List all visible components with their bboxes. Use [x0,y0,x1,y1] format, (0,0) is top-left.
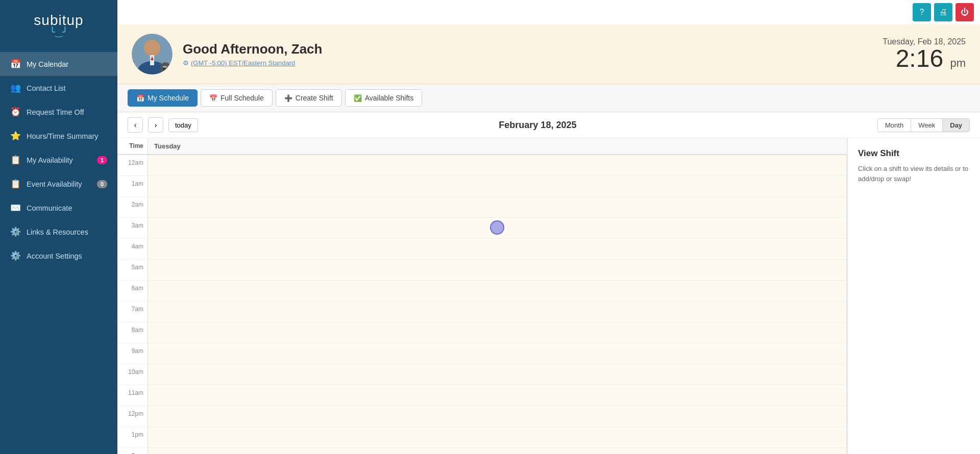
links-resources-icon: ⚙️ [10,226,20,237]
view-buttons: MonthWeekDay [877,118,970,132]
event-availability-icon: 📋 [10,179,20,189]
day-cell-2[interactable] [148,197,847,217]
sidebar-item-my-calendar[interactable]: 📅 My Calendar [0,52,117,76]
day-cell-4[interactable] [148,239,847,259]
day-cell-10[interactable] [148,364,847,385]
time-label-2: 2am [117,197,148,217]
sidebar-item-links-resources[interactable]: ⚙️ Links & Resources [0,220,117,244]
calendar-column-header: Time Tuesday [117,138,847,155]
time-row-9: 9am [117,343,847,364]
help-button[interactable]: ? [913,3,931,21]
time-row-0: 12am [117,155,847,176]
sidebar-label-my-calendar: My Calendar [27,60,68,68]
time-row-1: 1am [117,176,847,197]
calendar-title: February 18, 2025 [203,120,872,131]
calendar-grid: Time Tuesday 12am 1am 2am 3am 4 [117,138,847,454]
welcome-right: Tuesday, Feb 18, 2025 2:16 pm [883,37,966,71]
day-cell-12[interactable] [148,406,847,426]
create-shift-tab-icon: ➕ [284,94,292,102]
time-label-8: 8am [117,322,148,343]
day-cell-6[interactable] [148,281,847,301]
time-label-1: 1am [117,176,148,196]
day-cell-13[interactable] [148,427,847,447]
communicate-icon: ✉️ [10,203,20,213]
time-label-4: 4am [117,239,148,259]
sidebar-logo: subitup ╰‿╯ [0,0,117,48]
time-label-10: 10am [117,364,148,385]
view-btn-day[interactable]: Day [943,119,969,132]
day-column-header: Tuesday [148,138,847,154]
avatar-camera-icon[interactable]: 📷 [160,62,170,72]
day-cell-5[interactable] [148,260,847,280]
sidebar-label-account-settings: Account Settings [27,252,82,260]
greeting: Good Afternoon, Zach [183,41,322,57]
time-label-7: 7am [117,301,148,322]
view-btn-month[interactable]: Month [878,119,911,132]
sidebar-item-account-settings[interactable]: ⚙️ Account Settings [0,244,117,268]
print-button[interactable]: 🖨 [934,3,952,21]
time-row-3: 3am [117,218,847,239]
sidebar-item-event-availability[interactable]: 📋 Event Availability 0 [0,172,117,196]
sidebar-item-request-time-off[interactable]: ⏰ Request Time Off [0,100,117,124]
sidebar-item-my-availability[interactable]: 📋 My Availability 1 [0,148,117,172]
logo-smile: ╰‿╯ [10,27,107,38]
day-cell-14[interactable] [148,448,847,454]
time-label-11: 11am [117,385,148,406]
logout-button[interactable]: ⏻ [955,3,974,21]
time-row-12: 12pm [117,406,847,427]
time-label-13: 1pm [117,427,148,447]
sidebar-item-hours-time-summary[interactable]: ⭐ Hours/Time Summary [0,124,117,148]
my-calendar-icon: 📅 [10,59,20,69]
today-button[interactable]: today [168,118,198,132]
sidebar-label-links-resources: Links & Resources [27,228,88,236]
timezone: ⚙ (GMT -5:00) EST/Eastern Standard [183,59,322,67]
tab-my-schedule[interactable]: 📅My Schedule [128,89,198,107]
view-shift-panel: View Shift Click on a shift to view its … [847,138,980,454]
next-button[interactable]: › [148,117,163,133]
account-settings-icon: ⚙️ [10,250,20,261]
tab-available-shifts[interactable]: ✅Available Shifts [345,89,422,107]
hours-time-summary-icon: ⭐ [10,131,20,141]
day-cell-1[interactable] [148,176,847,196]
time-row-10: 10am [117,364,847,385]
my-availability-icon: 📋 [10,155,20,165]
time-label-14: 2pm [117,448,148,454]
day-cell-8[interactable] [148,322,847,343]
topbar: ? 🖨 ⏻ [117,0,980,24]
calendar-header: ‹ › today February 18, 2025 MonthWeekDay [117,112,980,138]
time-ampm: pm [950,57,966,69]
welcome-text: Good Afternoon, Zach ⚙ (GMT -5:00) EST/E… [183,41,322,67]
sidebar-label-event-availability: Event Availability [27,180,82,188]
time-row-8: 8am [117,322,847,343]
time-label-0: 12am [117,155,148,175]
time-row-5: 5am [117,260,847,281]
day-cell-7[interactable] [148,301,847,322]
svg-point-1 [144,40,160,56]
day-cell-3[interactable] [148,218,847,238]
sidebar-item-communicate[interactable]: ✉️ Communicate [0,196,117,220]
welcome-left: 📷 Good Afternoon, Zach ⚙ (GMT -5:00) EST… [132,34,322,74]
request-time-off-icon: ⏰ [10,107,20,117]
view-btn-week[interactable]: Week [911,119,943,132]
day-cell-11[interactable] [148,385,847,406]
time-label-9: 9am [117,343,148,364]
tab-full-schedule[interactable]: 📅Full Schedule [201,89,273,107]
tab-create-shift[interactable]: ➕Create Shift [276,89,342,107]
day-cell-0[interactable] [148,155,847,175]
time-row-11: 11am [117,385,847,406]
time-row-4: 4am [117,239,847,260]
badge-my-availability: 1 [97,156,107,164]
sidebar-item-contact-list[interactable]: 👥 Contact List [0,76,117,100]
my-schedule-tab-icon: 📅 [136,94,144,102]
time-column-header: Time [117,138,148,154]
sidebar-label-hours-time-summary: Hours/Time Summary [27,132,98,140]
timezone-link[interactable]: (GMT -5:00) EST/Eastern Standard [191,59,295,67]
prev-button[interactable]: ‹ [128,117,143,133]
day-cell-9[interactable] [148,343,847,364]
time-row-7: 7am [117,301,847,322]
available-shifts-tab-icon: ✅ [354,94,362,102]
gear-icon: ⚙ [183,59,189,67]
time-label-3: 3am [117,218,148,238]
sidebar: subitup ╰‿╯ 📅 My Calendar 👥 Contact List… [0,0,117,454]
sidebar-label-communicate: Communicate [27,204,72,212]
